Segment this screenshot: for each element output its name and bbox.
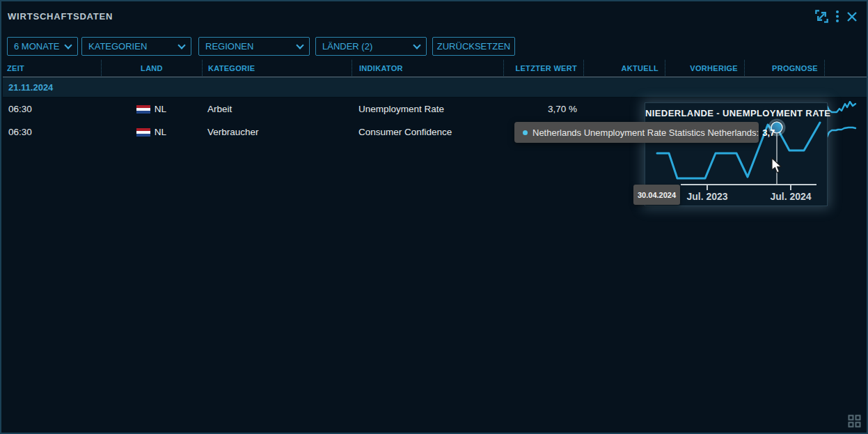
mouse-cursor-icon [771, 157, 784, 174]
categories-dropdown-label: KATEGORIEN [88, 41, 147, 52]
timeframe-dropdown-label: 6 MONATE [14, 41, 60, 52]
close-icon[interactable] [846, 10, 858, 23]
header-sparkline-spacer [824, 60, 868, 76]
netherlands-flag-icon [136, 105, 150, 114]
row-last-value: 3,70 % [503, 98, 583, 121]
reset-button-label: ZURÜCKSETZEN [437, 41, 510, 52]
header-land[interactable]: LAND [101, 60, 202, 76]
header-indikator[interactable]: INDIKATOR [352, 60, 503, 76]
economic-data-window: WIRTSCHAFTSDATEN 6 MONATE KATEGORIEN [0, 0, 868, 434]
regions-dropdown-label: REGIONEN [205, 41, 253, 52]
layout-grid-icon[interactable] [848, 414, 861, 428]
reset-button[interactable]: ZURÜCKSETZEN [432, 37, 515, 56]
chevron-down-icon [296, 41, 303, 49]
header-zeit[interactable]: ZEIT [3, 60, 101, 76]
x-tick-label: Jul. 2023 [676, 191, 739, 202]
row-country: NL [101, 121, 202, 144]
x-tick-label: Jul. 2024 [759, 191, 822, 202]
filter-bar: 6 MONATE KATEGORIEN REGIONEN LÄNDER (2) … [1, 37, 867, 56]
countries-dropdown[interactable]: LÄNDER (2) [315, 37, 427, 56]
header-vorherige[interactable]: VORHERIGE [665, 60, 744, 76]
row-time: 06:30 [3, 98, 101, 121]
row-country: NL [101, 98, 202, 121]
row-time: 06:30 [3, 121, 101, 144]
titlebar-icons [814, 9, 858, 24]
countries-dropdown-label: LÄNDER (2) [322, 41, 372, 52]
chevron-down-icon [64, 41, 72, 49]
header-kategorie[interactable]: KATEGORIE [202, 60, 352, 76]
hover-date-chip: 30.04.2024 [633, 185, 680, 205]
popout-expand-icon[interactable] [814, 9, 829, 24]
series-tooltip-label: Netherlands Unemployment Rate Statistics… [532, 127, 759, 138]
window-title: WIRTSCHAFTSDATEN [8, 11, 113, 22]
timeframe-dropdown[interactable]: 6 MONATE [7, 37, 78, 56]
header-prognose[interactable]: PROGNOSE [744, 60, 824, 76]
date-group-row: 21.11.2024 [3, 77, 868, 98]
row-sparkline[interactable] [824, 121, 868, 144]
series-color-dot-icon [523, 130, 528, 135]
row-category: Verbraucher [202, 121, 352, 144]
netherlands-flag-icon [136, 128, 150, 137]
regions-dropdown[interactable]: REGIONEN [198, 37, 310, 56]
row-sparkline[interactable] [824, 98, 868, 121]
table-header-row: ZEIT LAND KATEGORIE INDIKATOR LETZTER WE… [3, 60, 868, 76]
chevron-down-icon [177, 41, 185, 49]
categories-dropdown[interactable]: KATEGORIEN [81, 37, 191, 56]
series-tooltip-value: 3,7 [762, 127, 775, 138]
row-indicator: Unemployment Rate [352, 98, 503, 121]
header-letzter-wert[interactable]: LETZTER WERT [503, 60, 583, 76]
row-category: Arbeit [202, 98, 352, 121]
kebab-menu-icon[interactable] [835, 9, 839, 24]
country-code: NL [155, 104, 166, 114]
row-indicator: Consumer Confidence [352, 121, 503, 144]
header-aktuell[interactable]: AKTUELL [583, 60, 665, 76]
chevron-down-icon [413, 41, 420, 49]
series-tooltip: Netherlands Unemployment Rate Statistics… [514, 122, 759, 143]
country-code: NL [155, 127, 166, 137]
